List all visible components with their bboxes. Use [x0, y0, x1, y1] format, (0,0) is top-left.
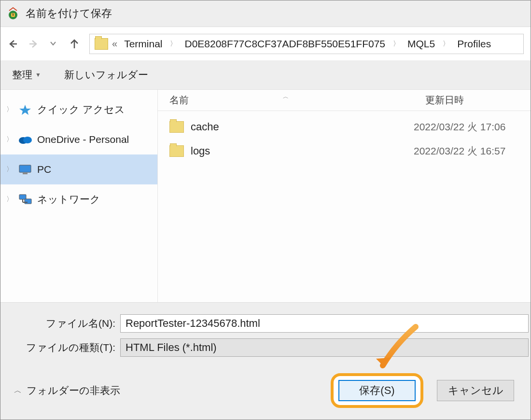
column-header-label: 更新日時	[425, 95, 464, 105]
chevron-right-icon[interactable]: 〉	[6, 195, 13, 204]
tree-item-pc[interactable]: 〉 PC	[0, 154, 157, 184]
hide-folders-toggle[interactable]: ︿ フォルダーの非表示	[14, 384, 120, 397]
up-button[interactable]	[69, 39, 80, 49]
chevron-right-icon[interactable]: 〉	[6, 105, 13, 114]
chevron-right-icon[interactable]: 〉	[442, 40, 450, 48]
breadcrumb-segment[interactable]: D0E8208F77C8CF37ADF8BF550E51FF075	[182, 36, 388, 52]
breadcrumb-segment[interactable]: Terminal	[121, 36, 165, 52]
app-icon: 5	[6, 7, 20, 20]
tree-item-quick-access[interactable]: 〉 クイック アクセス	[0, 95, 157, 125]
filename-label: ファイル名(N):	[2, 317, 115, 330]
filename-row: ファイル名(N):	[2, 311, 529, 336]
file-date: 2022/03/22 火 16:57	[414, 144, 531, 158]
folder-icon	[169, 121, 184, 133]
column-header-label: 名前	[169, 95, 189, 105]
svg-rect-9	[19, 165, 31, 172]
chevron-right-icon[interactable]: 〉	[392, 40, 401, 48]
file-list-body[interactable]: cache 2022/03/22 火 17:06 logs 2022/03/22…	[158, 111, 531, 302]
filetype-value: HTML Files (*.html)	[126, 341, 217, 354]
file-list: ︿ 名前 更新日時 cache 2022/03/22 火 17:06	[158, 90, 531, 302]
file-date: 2022/03/22 火 17:06	[414, 120, 531, 134]
file-row[interactable]: logs 2022/03/22 火 16:57	[158, 139, 531, 163]
back-button[interactable]	[7, 39, 18, 49]
pc-icon	[18, 164, 32, 175]
tree-item-onedrive[interactable]: 〉 OneDrive - Personal	[0, 125, 157, 154]
breadcrumb-overflow[interactable]: «	[112, 38, 117, 49]
action-row: ︿ フォルダーの非表示 保存(S) キャンセル	[2, 360, 529, 420]
filetype-select[interactable]: HTML Files (*.html)	[120, 338, 529, 357]
column-header-name[interactable]: ︿ 名前	[158, 94, 414, 107]
address-bar[interactable]: « Terminal 〉 D0E8208F77C8CF37ADF8BF550E5…	[89, 34, 524, 54]
filename-input[interactable]	[120, 314, 529, 333]
chevron-right-icon[interactable]: 〉	[6, 165, 13, 174]
tree-item-label: ネットワーク	[37, 193, 100, 206]
tree-item-network[interactable]: 〉 ネットワーク	[0, 184, 157, 214]
svg-rect-12	[25, 199, 31, 204]
tree-item-label: クイック アクセス	[37, 103, 125, 116]
main-area: 〉 クイック アクセス 〉 OneDrive - Personal 〉 PC	[0, 89, 531, 302]
quick-access-icon	[18, 104, 32, 115]
svg-point-8	[23, 137, 32, 143]
filetype-label: ファイルの種類(T):	[2, 341, 115, 354]
chevron-up-icon: ︿	[14, 386, 22, 396]
navigation-bar: « Terminal 〉 D0E8208F77C8CF37ADF8BF550E5…	[0, 27, 531, 60]
organize-button[interactable]: 整理 ▼	[12, 68, 41, 82]
file-name: cache	[191, 121, 219, 133]
toolbar: 整理 ▼ 新しいフォルダー	[0, 60, 531, 89]
nav-arrows	[7, 39, 80, 49]
svg-text:5: 5	[12, 13, 14, 16]
hide-folders-label: フォルダーの非表示	[27, 384, 120, 397]
column-header-date[interactable]: 更新日時	[414, 94, 531, 107]
chevron-right-icon[interactable]: 〉	[169, 40, 178, 48]
forward-button[interactable]	[28, 39, 39, 49]
bottom-panel: ファイル名(N): ファイルの種類(T): HTML Files (*.html…	[0, 302, 531, 420]
network-icon	[18, 194, 32, 205]
cancel-button[interactable]: キャンセル	[437, 380, 514, 401]
dialog-title: 名前を付けて保存	[26, 6, 112, 21]
svg-rect-11	[19, 195, 26, 199]
breadcrumb-segment[interactable]: Profiles	[454, 36, 494, 52]
caret-down-icon: ▼	[35, 71, 41, 78]
save-as-dialog: 5 名前を付けて保存 « Terminal 〉 D0E	[0, 0, 531, 420]
tree-item-label: PC	[37, 164, 51, 175]
breadcrumb-segment[interactable]: MQL5	[405, 36, 438, 52]
recent-locations-dropdown[interactable]	[50, 41, 56, 47]
sort-ascending-icon: ︿	[283, 93, 289, 101]
nav-tree[interactable]: 〉 クイック アクセス 〉 OneDrive - Personal 〉 PC	[0, 90, 158, 302]
chevron-right-icon[interactable]: 〉	[6, 135, 13, 144]
column-header-row: ︿ 名前 更新日時	[158, 90, 531, 111]
titlebar: 5 名前を付けて保存	[0, 0, 531, 27]
save-button[interactable]: 保存(S)	[338, 380, 416, 401]
filetype-row: ファイルの種類(T): HTML Files (*.html)	[2, 336, 529, 360]
svg-rect-10	[23, 173, 28, 174]
folder-icon	[169, 145, 184, 157]
organize-label: 整理	[12, 68, 32, 82]
svg-marker-6	[19, 105, 31, 115]
onedrive-icon	[18, 134, 32, 145]
new-folder-button[interactable]: 新しいフォルダー	[64, 68, 148, 82]
file-name: logs	[191, 145, 210, 157]
folder-icon	[95, 38, 108, 50]
save-highlight-annotation: 保存(S)	[331, 373, 423, 408]
new-folder-label: 新しいフォルダー	[64, 68, 148, 82]
tree-item-label: OneDrive - Personal	[37, 134, 129, 145]
file-row[interactable]: cache 2022/03/22 火 17:06	[158, 115, 531, 139]
